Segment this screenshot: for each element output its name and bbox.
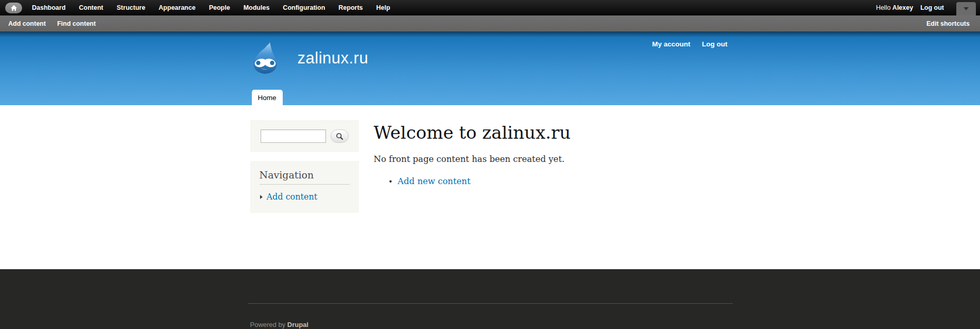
username: Alexey	[892, 4, 913, 11]
search-icon	[335, 132, 344, 141]
page-title: Welcome to zalinux.ru	[374, 122, 726, 143]
content-region: Welcome to zalinux.ru No front page cont…	[374, 120, 736, 269]
toolbar-item-reports[interactable]: Reports	[332, 0, 369, 15]
empty-frontpage-message: No front page content has been created y…	[374, 154, 726, 164]
list-item: • Add new content	[389, 176, 726, 186]
main-area: Navigation Add content Welcome to zalinu…	[0, 105, 980, 269]
toolbar-item-configuration[interactable]: Configuration	[276, 0, 332, 15]
powered-by-text: Powered by	[250, 321, 287, 328]
site-header: zalinux.ru My account Log out Home	[0, 31, 980, 105]
shortcut-find-content[interactable]: Find content	[57, 20, 96, 27]
chevron-down-icon	[964, 7, 969, 10]
header-logout-link[interactable]: Log out	[702, 40, 727, 48]
toolbar-logout-link[interactable]: Log out	[920, 4, 944, 11]
search-button[interactable]	[331, 129, 349, 143]
toolbar-item-structure[interactable]: Structure	[110, 0, 152, 15]
site-name-link[interactable]: zalinux.ru	[298, 49, 369, 68]
footer-credit: Powered by Drupal	[248, 303, 733, 328]
navigation-block-title: Navigation	[260, 169, 350, 185]
home-button[interactable]	[5, 3, 22, 13]
secondary-menu: My account Log out	[643, 39, 727, 48]
toolbar-item-appearance[interactable]: Appearance	[152, 0, 202, 15]
navigation-menu-item: Add content	[260, 192, 350, 202]
shortcut-add-content[interactable]: Add content	[8, 20, 46, 27]
site-logo-link[interactable]	[250, 41, 280, 75]
content-actions-list: • Add new content	[389, 176, 726, 186]
add-new-content-link[interactable]: Add new content	[398, 176, 471, 186]
search-block	[250, 120, 359, 152]
edit-shortcuts-link[interactable]: Edit shortcuts	[926, 20, 970, 27]
search-input[interactable]	[261, 129, 326, 143]
shortcut-bar-toggle-button[interactable]	[956, 2, 976, 15]
sidebar: Navigation Add content	[250, 120, 359, 269]
user-greeting: Hello Alexey	[876, 4, 913, 11]
home-icon	[10, 5, 18, 11]
toolbar-item-help[interactable]: Help	[370, 0, 397, 15]
list-bullet: •	[389, 177, 392, 186]
drupal-logo-icon	[250, 41, 280, 75]
toolbar-item-modules[interactable]: Modules	[237, 0, 277, 15]
nav-add-content-link[interactable]: Add content	[267, 192, 318, 202]
admin-toolbar: Dashboard Content Structure Appearance P…	[0, 0, 980, 15]
toolbar-item-dashboard[interactable]: Dashboard	[25, 0, 72, 15]
toolbar-item-people[interactable]: People	[202, 0, 237, 15]
navigation-block: Navigation Add content	[250, 161, 359, 213]
site-branding: zalinux.ru	[250, 41, 369, 75]
footer: Powered by Drupal	[0, 269, 980, 329]
tab-home[interactable]: Home	[252, 90, 283, 105]
menu-collapsed-arrow-icon	[260, 195, 263, 199]
toolbar-item-content[interactable]: Content	[72, 0, 110, 15]
shortcuts-bar: Add content Find content Edit shortcuts	[0, 15, 980, 31]
drupal-link[interactable]: Drupal	[287, 321, 308, 328]
my-account-link[interactable]: My account	[652, 40, 690, 48]
